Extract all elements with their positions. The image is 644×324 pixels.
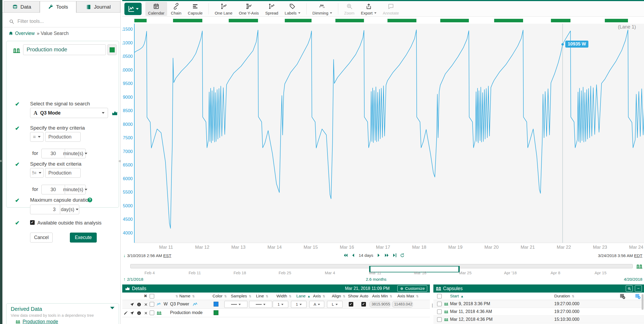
capsule-checkbox[interactable] <box>437 309 442 314</box>
col-line[interactable]: Line ⇅ <box>256 294 268 298</box>
step-forward-fast-icon[interactable] <box>384 253 390 258</box>
chevron-down-icon[interactable] <box>110 307 114 309</box>
capsules-collapse-button[interactable]: − <box>635 285 642 292</box>
samples-select[interactable] <box>224 301 247 308</box>
add-column-icon[interactable] <box>620 293 625 299</box>
panel-splitter[interactable]: ❙❙ <box>430 293 433 324</box>
col-auto[interactable]: Auto <box>360 294 368 298</box>
tab-data[interactable]: Data <box>4 1 40 13</box>
preview-chart-icon[interactable] <box>111 109 118 116</box>
range-duration-label[interactable]: 14 days <box>359 253 373 258</box>
capsule-bar[interactable] <box>285 19 312 22</box>
entry-unit-select[interactable]: minute(s) <box>65 149 86 158</box>
tab-tools[interactable]: Tools <box>40 1 76 13</box>
step-to-end-icon[interactable] <box>392 253 397 258</box>
exit-operator-select[interactable]: != <box>30 168 44 178</box>
capsule-time-icon[interactable] <box>636 263 643 269</box>
step-back-icon[interactable] <box>351 253 356 258</box>
capsule-checkbox[interactable] <box>437 302 442 306</box>
execute-button[interactable]: Execute <box>70 233 97 243</box>
statistics-icon[interactable] <box>193 302 198 307</box>
col-duration[interactable]: Duration ⇅ <box>554 294 574 298</box>
capsule-row[interactable]: Mar 12, 2018 4:36 PM15:10:30.000 <box>433 316 644 323</box>
toolbar-capsule-button[interactable]: Capsule <box>185 2 205 16</box>
tool-name-input[interactable]: Production mode <box>23 44 106 55</box>
capsule-bar[interactable] <box>134 19 147 22</box>
toolbar-spread-button[interactable]: Spread <box>262 2 281 16</box>
tool-color-picker[interactable] <box>107 44 117 55</box>
col-width[interactable]: Width ⇅ <box>276 294 292 298</box>
capsule-bar[interactable] <box>335 19 364 22</box>
row-checkbox[interactable] <box>150 302 154 307</box>
axis-select[interactable]: A <box>309 301 324 308</box>
lane-select[interactable]: 1 <box>291 301 307 308</box>
select-all-checkbox[interactable] <box>150 294 154 298</box>
exit-duration-input[interactable]: 30 <box>41 185 65 194</box>
investigate-start-label[interactable]: ↑2/1/2018 <box>123 277 143 282</box>
axis-min-input[interactable]: 3815.9055 <box>369 301 390 308</box>
toolbar-export-button[interactable]: Export <box>358 2 379 16</box>
exit-value-input[interactable]: Production <box>45 168 81 178</box>
send-icon[interactable] <box>130 302 134 307</box>
range-start-label[interactable]: ↓3/10/2018 2:56 AM EST <box>123 253 171 258</box>
entry-duration-input[interactable]: 30 <box>41 149 65 158</box>
edit-icon[interactable] <box>123 311 128 315</box>
max-duration-input[interactable]: 3 <box>30 205 60 214</box>
remove-all-column[interactable]: ✖ <box>144 294 147 298</box>
col-name[interactable]: ⇅ Name ⇅ <box>175 294 195 298</box>
auto-checkbox[interactable] <box>361 302 366 307</box>
toolbar-chain-button[interactable]: Chain <box>168 2 184 16</box>
send-icon[interactable] <box>130 311 134 315</box>
trend-chart[interactable]: 1150011000105001000095009000850080007500… <box>122 17 644 251</box>
timezone-link[interactable]: EST <box>163 253 171 258</box>
toolbar-labels-button[interactable]: Labels <box>282 2 303 16</box>
col-lane[interactable]: Lane ▲ <box>296 294 311 298</box>
auto-update-icon[interactable] <box>400 253 405 258</box>
toolbar-dimming-button[interactable]: Dimming <box>310 2 335 16</box>
investigate-end-label[interactable]: 4/20/2018 <box>624 277 642 282</box>
entry-operator-select[interactable]: = <box>30 132 44 142</box>
info-icon[interactable] <box>137 302 141 307</box>
select-all-capsules-checkbox[interactable] <box>437 294 442 298</box>
available-outside-checkbox[interactable] <box>30 220 35 225</box>
capsule-row[interactable]: Mar 11, 2018 4:36 AM19:27:00.000 <box>433 308 644 316</box>
col-align[interactable]: Align ⇅ <box>332 294 346 298</box>
cancel-button[interactable]: Cancel <box>30 233 53 243</box>
details-row-q3-power[interactable]: W Q3 Power 1 1 A L 3815.9055 11483.042 <box>122 300 430 309</box>
customize-button[interactable]: Customize <box>397 285 427 292</box>
signal-select[interactable]: A Q3 Mode <box>30 108 108 118</box>
add-stat-column-icon[interactable] <box>635 293 641 299</box>
condition-color-swatch[interactable] <box>214 310 218 315</box>
timezone-link[interactable]: EDT <box>634 253 642 258</box>
entry-value-input[interactable]: Production <box>45 132 81 142</box>
capsules-scrollbar[interactable] <box>642 294 643 310</box>
col-axis-max[interactable]: Axis Max ⇅ <box>397 294 419 298</box>
remove-icon[interactable] <box>144 302 148 307</box>
filter-tools-row[interactable]: Filter tools... <box>2 16 121 27</box>
col-axis[interactable]: Axis ⇅ <box>313 294 325 298</box>
col-color[interactable]: Color ⇅ <box>213 294 227 298</box>
capsule-row[interactable]: Mar 9, 2018 3:36 PM19:27:00.000 <box>433 300 644 308</box>
toolbar-one-y-axis-button[interactable]: One Y-Axis <box>236 2 261 16</box>
tab-journal[interactable]: Journal <box>76 1 120 13</box>
toolbar-calendar-button[interactable]: Calendar <box>145 2 167 16</box>
show-checkbox[interactable] <box>349 302 353 307</box>
capsule-bar[interactable] <box>387 19 416 22</box>
capsules-zoom-button[interactable] <box>626 285 633 292</box>
axis-max-input[interactable]: 11483.042 <box>392 301 413 308</box>
max-duration-unit-select[interactable]: day(s) <box>60 205 79 214</box>
view-selector-button[interactable] <box>124 3 142 15</box>
info-icon[interactable] <box>137 311 141 315</box>
help-icon[interactable] <box>87 197 93 203</box>
capsule-bar[interactable] <box>494 19 523 22</box>
collapse-left-rail-icon[interactable]: « <box>0 158 2 163</box>
col-show[interactable]: Show <box>348 294 358 298</box>
row-checkbox[interactable] <box>150 311 154 315</box>
range-end-label[interactable]: 3/24/2018 3:56 AM EDT <box>598 253 642 258</box>
range-track[interactable] <box>130 264 633 268</box>
breadcrumb-overview-link[interactable]: Overview <box>15 31 35 36</box>
toolbar-one-lane-button[interactable]: One Lane <box>212 2 235 16</box>
col-axis-min[interactable]: Axis Min ⇅ <box>372 294 392 298</box>
home-icon[interactable] <box>8 31 13 36</box>
capsule-checkbox[interactable] <box>437 317 442 322</box>
